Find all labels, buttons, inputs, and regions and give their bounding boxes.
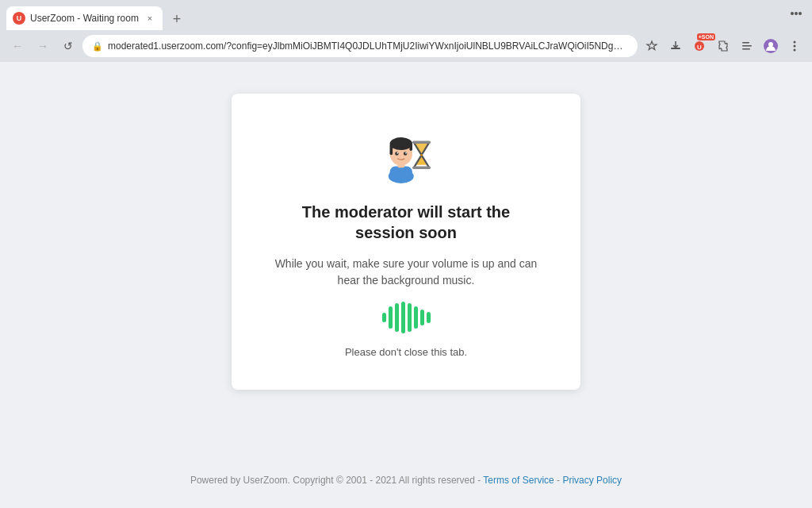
svg-point-24 xyxy=(396,152,398,154)
svg-point-2 xyxy=(799,12,802,15)
svg-point-31 xyxy=(420,154,423,156)
svg-rect-29 xyxy=(412,141,431,144)
svg-rect-30 xyxy=(412,167,431,170)
svg-point-0 xyxy=(791,12,794,15)
profile-avatar[interactable] xyxy=(760,35,782,57)
page-content: The moderator will start the session soo… xyxy=(0,62,812,508)
svg-rect-15 xyxy=(390,167,412,181)
wave-bar-8 xyxy=(427,312,431,323)
person-hourglass-icon xyxy=(374,125,438,189)
subtext: While you wait, make sure your volume is… xyxy=(271,256,541,289)
address-bar: ← → ↺ 🔒 moderated1.userzoom.com/?config=… xyxy=(0,30,812,62)
chrome-menu-button[interactable] xyxy=(783,35,806,57)
tab-bar: U UserZoom - Waiting room × + xyxy=(0,0,812,30)
wave-bar-3 xyxy=(395,303,399,332)
downloads-icon[interactable] xyxy=(665,35,687,57)
toolbar-right: U +SON xyxy=(641,35,806,57)
reading-list-icon[interactable] xyxy=(736,35,758,57)
reload-button[interactable]: ↺ xyxy=(57,35,79,57)
tab-close-button[interactable]: × xyxy=(144,12,156,25)
svg-point-22 xyxy=(395,152,398,155)
svg-rect-7 xyxy=(742,45,752,47)
extensions-puzzle-icon[interactable] xyxy=(712,35,734,57)
footer-separator: - xyxy=(557,475,560,486)
svg-point-13 xyxy=(794,49,796,52)
extension-button[interactable]: U +SON xyxy=(688,35,710,57)
svg-rect-6 xyxy=(742,42,749,44)
wave-bar-6 xyxy=(414,306,418,329)
extension-badge: +SON xyxy=(697,33,715,40)
url-text: moderated1.userzoom.com/?config=eyJlbmMi… xyxy=(108,40,628,52)
close-tab-notice: Please don't close this tab. xyxy=(345,346,467,358)
svg-rect-8 xyxy=(742,48,750,50)
privacy-policy-link[interactable]: Privacy Policy xyxy=(562,475,622,486)
svg-point-23 xyxy=(404,152,407,155)
waiting-card: The moderator will start the session soo… xyxy=(232,94,580,390)
svg-point-21 xyxy=(393,138,409,147)
browser-chrome: U UserZoom - Waiting room × + ← → xyxy=(0,0,812,62)
tab-favicon: U xyxy=(13,12,25,25)
svg-rect-19 xyxy=(390,144,393,155)
svg-point-12 xyxy=(794,45,796,48)
wave-bar-7 xyxy=(420,310,424,325)
svg-rect-20 xyxy=(409,144,412,151)
svg-point-11 xyxy=(794,41,796,44)
new-tab-button[interactable]: + xyxy=(166,8,188,30)
wave-bar-4 xyxy=(401,302,405,333)
back-button[interactable]: ← xyxy=(6,35,29,57)
sound-wave xyxy=(382,302,431,333)
main-heading: The moderator will start the session soo… xyxy=(271,202,541,243)
address-input[interactable]: 🔒 moderated1.userzoom.com/?config=eyJlbm… xyxy=(82,35,638,57)
terms-of-service-link[interactable]: Terms of Service xyxy=(483,475,553,486)
wave-bar-1 xyxy=(382,313,386,322)
forward-button[interactable]: → xyxy=(32,35,54,57)
waiting-illustration xyxy=(374,125,438,189)
browser-controls xyxy=(787,8,806,27)
lock-icon: 🔒 xyxy=(92,41,103,52)
svg-point-25 xyxy=(405,152,407,154)
browser-tab[interactable]: U UserZoom - Waiting room × xyxy=(6,6,163,30)
footer: Powered by UserZoom. Copyright © 2001 - … xyxy=(184,468,628,492)
footer-copyright: Powered by UserZoom. Copyright © 2001 - … xyxy=(190,475,481,486)
svg-point-1 xyxy=(795,12,798,15)
bookmark-star-icon[interactable] xyxy=(641,35,663,57)
wave-bar-2 xyxy=(389,306,393,329)
svg-text:U: U xyxy=(697,44,702,51)
wave-bar-5 xyxy=(408,303,412,332)
tab-title: UserZoom - Waiting room xyxy=(30,13,139,24)
